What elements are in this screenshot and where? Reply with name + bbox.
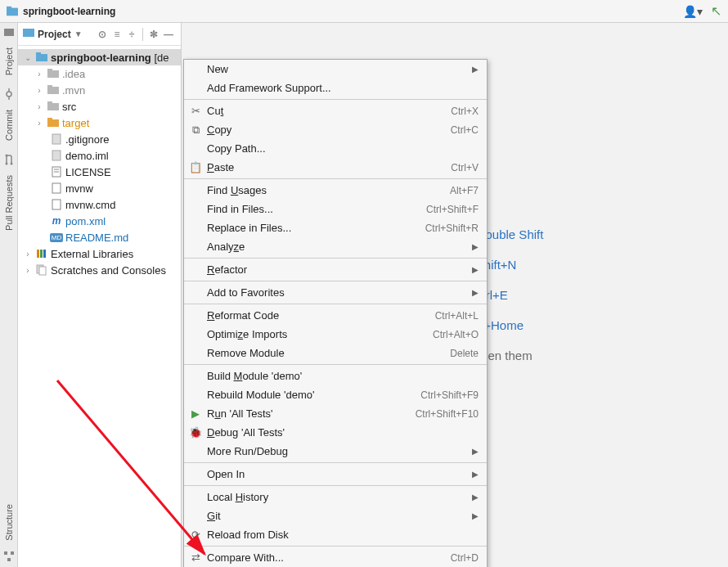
svg-rect-19 bbox=[47, 103, 59, 110]
tree-label: demo.iml bbox=[65, 150, 109, 162]
menu-open-in[interactable]: Open In▶ bbox=[184, 465, 487, 484]
svg-rect-21 bbox=[47, 119, 59, 127]
chevron-right-icon[interactable]: › bbox=[34, 86, 44, 95]
menu-compare-with[interactable]: ⇄Compare With...Ctrl+D bbox=[184, 548, 487, 567]
structure-tab-icon[interactable] bbox=[3, 551, 15, 562]
chevron-down-icon[interactable]: ⌄ bbox=[23, 53, 33, 62]
menu-run[interactable]: ▶Run 'All Tests'Ctrl+Shift+F10 bbox=[184, 404, 487, 423]
svg-rect-22 bbox=[47, 118, 52, 120]
tree-folder-src[interactable]: › src bbox=[18, 98, 181, 115]
menu-optimize-imports[interactable]: Optimize ImportsCtrl+Alt+O bbox=[184, 325, 487, 344]
window-titlebar: springboot-learning 👤▾ ↖ bbox=[0, 0, 728, 23]
tree-folder-mvn[interactable]: › .mvn bbox=[18, 82, 181, 98]
submenu-arrow-icon: ▶ bbox=[472, 65, 479, 74]
chevron-right-icon[interactable]: › bbox=[34, 70, 44, 79]
tree-label: springboot-learning [de bbox=[51, 52, 169, 64]
chevron-right-icon[interactable]: › bbox=[34, 119, 44, 128]
chevron-right-icon[interactable]: › bbox=[23, 266, 33, 275]
svg-rect-24 bbox=[52, 151, 61, 160]
tab-pull-requests[interactable]: Pull Requests bbox=[2, 170, 16, 236]
panel-settings-icon[interactable]: ✻ bbox=[146, 27, 161, 42]
chevron-right-icon[interactable]: › bbox=[34, 102, 44, 111]
reload-icon: ⟳ bbox=[189, 529, 202, 542]
pull-requests-tab-icon[interactable] bbox=[3, 154, 15, 165]
tree-file-license[interactable]: LICENSE bbox=[18, 164, 181, 180]
panel-dropdown-icon[interactable]: ▼ bbox=[74, 29, 83, 38]
submenu-arrow-icon: ▶ bbox=[472, 447, 479, 456]
tree-folder-idea[interactable]: › .idea bbox=[18, 65, 181, 82]
menu-rebuild-module[interactable]: Rebuild Module 'demo'Ctrl+Shift+F9 bbox=[184, 385, 487, 404]
folder-icon bbox=[47, 101, 59, 112]
commit-tab-icon[interactable] bbox=[3, 88, 15, 100]
menu-reload-disk[interactable]: ⟳Reload from Disk bbox=[184, 525, 487, 544]
tree-file-mvnwcmd[interactable]: mvnw.cmd bbox=[18, 196, 181, 213]
tab-project[interactable]: Project bbox=[2, 43, 16, 80]
folder-icon bbox=[47, 68, 59, 79]
menu-refactor[interactable]: Refactor▶ bbox=[184, 260, 487, 279]
tree-folder-target[interactable]: › target bbox=[18, 115, 181, 131]
menu-debug[interactable]: 🐞Debug 'All Tests' bbox=[184, 423, 487, 442]
menu-cut[interactable]: ✂CutCtrl+X bbox=[184, 101, 487, 120]
text-file-icon bbox=[51, 166, 62, 178]
menu-separator bbox=[184, 462, 487, 463]
tree-label: mvnw bbox=[65, 182, 93, 195]
tree-root[interactable]: ⌄ springboot-learning [de bbox=[18, 49, 181, 65]
project-tab-icon[interactable] bbox=[3, 26, 15, 38]
tree-external-libraries[interactable]: › External Libraries bbox=[18, 245, 181, 262]
tree-file-demoiml[interactable]: demo.iml bbox=[18, 147, 181, 164]
libraries-icon bbox=[36, 248, 47, 259]
file-icon bbox=[51, 133, 62, 145]
folder-icon bbox=[47, 84, 59, 96]
menu-add-framework[interactable]: Add Framework Support... bbox=[184, 79, 487, 97]
menu-replace-in-files[interactable]: Replace in Files...Ctrl+Shift+R bbox=[184, 218, 487, 237]
submenu-arrow-icon: ▶ bbox=[472, 288, 479, 297]
menu-new[interactable]: New▶ bbox=[184, 60, 487, 79]
submenu-arrow-icon: ▶ bbox=[472, 511, 479, 520]
tree-label: pom.xml bbox=[65, 215, 106, 227]
collapse-all-icon[interactable]: ÷ bbox=[124, 27, 139, 42]
menu-reformat[interactable]: Reformat CodeCtrl+Alt+L bbox=[184, 306, 487, 325]
menu-separator bbox=[184, 99, 487, 100]
menu-find-in-files[interactable]: Find in Files...Ctrl+Shift+F bbox=[184, 200, 487, 218]
tree-scratches[interactable]: › Scratches and Consoles bbox=[18, 262, 181, 278]
svg-rect-14 bbox=[36, 52, 41, 55]
tree-file-readme[interactable]: MD README.md bbox=[18, 229, 181, 245]
menu-paste[interactable]: 📋PasteCtrl+V bbox=[184, 158, 487, 177]
chevron-right-icon[interactable]: › bbox=[23, 250, 33, 259]
menu-separator bbox=[184, 178, 487, 179]
project-view-icon bbox=[23, 27, 34, 41]
menu-find-usages[interactable]: Find UsagesAlt+F7 bbox=[184, 181, 487, 200]
svg-rect-1 bbox=[7, 6, 11, 9]
window-title: springboot-learning bbox=[23, 6, 683, 17]
menu-remove-module[interactable]: Remove ModuleDelete bbox=[184, 344, 487, 362]
menu-local-history[interactable]: Local History▶ bbox=[184, 488, 487, 506]
panel-hide-icon[interactable]: — bbox=[161, 27, 176, 42]
svg-rect-2 bbox=[4, 29, 14, 36]
menu-copy[interactable]: ⧉CopyCtrl+C bbox=[184, 120, 487, 139]
tree-label: .idea bbox=[62, 68, 85, 80]
run-icon: ▶ bbox=[189, 407, 202, 421]
compare-icon: ⇄ bbox=[189, 551, 202, 565]
locate-file-icon[interactable]: ⊙ bbox=[95, 27, 110, 42]
text-file-icon bbox=[51, 199, 62, 210]
menu-favorites[interactable]: Add to Favorites▶ bbox=[184, 283, 487, 302]
svg-point-6 bbox=[5, 155, 7, 157]
tab-structure[interactable]: Structure bbox=[2, 499, 16, 546]
menu-separator bbox=[184, 546, 487, 547]
build-icon[interactable]: ↖ bbox=[711, 3, 721, 19]
submenu-arrow-icon: ▶ bbox=[472, 470, 479, 479]
tab-commit[interactable]: Commit bbox=[2, 105, 16, 146]
menu-more-run-debug[interactable]: More Run/Debug▶ bbox=[184, 442, 487, 461]
tree-file-mvnw[interactable]: mvnw bbox=[18, 180, 181, 196]
menu-build-module[interactable]: Build Module 'demo' bbox=[184, 367, 487, 385]
tree-file-pom[interactable]: m pom.xml bbox=[18, 213, 181, 229]
expand-all-icon[interactable]: ≡ bbox=[110, 27, 124, 42]
text-file-icon bbox=[51, 182, 62, 194]
panel-title[interactable]: Project bbox=[38, 29, 71, 40]
svg-rect-34 bbox=[39, 267, 46, 275]
user-icon[interactable]: 👤▾ bbox=[683, 5, 703, 18]
menu-copy-path[interactable]: Copy Path... bbox=[184, 139, 487, 158]
menu-analyze[interactable]: Analyze▶ bbox=[184, 237, 487, 256]
tree-file-gitignore[interactable]: .gitignore bbox=[18, 131, 181, 147]
menu-git[interactable]: Git▶ bbox=[184, 506, 487, 525]
